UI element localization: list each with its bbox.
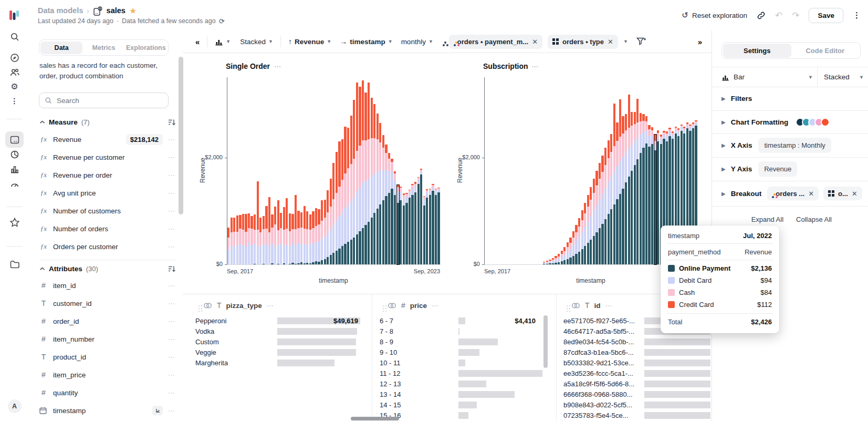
bar-segment[interactable] xyxy=(259,218,262,232)
bar-segment[interactable] xyxy=(327,257,329,264)
bar-segment[interactable] xyxy=(581,232,583,249)
bar-segment[interactable] xyxy=(236,232,238,245)
bar-segment[interactable] xyxy=(291,229,294,243)
x-axis-section[interactable]: ▶ X Axis timestamp : Monthly xyxy=(712,134,868,158)
bar-segment[interactable] xyxy=(382,170,384,200)
bar-segment[interactable] xyxy=(622,189,624,264)
bar-segment[interactable] xyxy=(411,189,413,195)
bar-segment[interactable] xyxy=(640,135,642,153)
bar-segment[interactable] xyxy=(318,262,320,264)
bar-segment[interactable] xyxy=(581,210,583,220)
column-menu-icon[interactable]: ⋯ xyxy=(267,302,274,310)
bar-segment[interactable] xyxy=(414,182,416,184)
table-row-bar[interactable] xyxy=(458,328,459,335)
bar-segment[interactable] xyxy=(371,218,373,265)
bar-segment[interactable] xyxy=(645,130,647,143)
bar-segment[interactable] xyxy=(403,206,405,264)
bar-segment[interactable] xyxy=(227,250,229,264)
bar-segment[interactable] xyxy=(227,228,229,238)
table-row-label[interactable]: ee3d5236-fccc-5ca1-... xyxy=(563,369,633,377)
bar-segment[interactable] xyxy=(563,251,566,255)
bar-segment[interactable] xyxy=(306,263,308,264)
bar-segment[interactable] xyxy=(432,191,434,264)
bar-segment[interactable] xyxy=(409,190,411,190)
bar-segment[interactable] xyxy=(663,135,665,139)
row-menu-icon[interactable]: ⋯ xyxy=(168,207,175,215)
bar-segment[interactable] xyxy=(347,242,349,264)
bar-segment[interactable] xyxy=(344,127,346,174)
search-icon[interactable] xyxy=(10,32,19,42)
bar-segment[interactable] xyxy=(315,261,317,264)
sidebar-tab-data[interactable]: Data xyxy=(40,42,82,54)
bar-segment[interactable] xyxy=(625,114,627,130)
bar-segment[interactable] xyxy=(347,128,349,168)
bar-segment[interactable] xyxy=(610,152,612,177)
drill-corner-icon[interactable] xyxy=(152,406,163,415)
users-icon[interactable] xyxy=(9,68,19,77)
bar-segment[interactable] xyxy=(368,83,370,139)
bar-segment[interactable] xyxy=(318,241,320,262)
remove-pill-icon[interactable]: ✕ xyxy=(608,38,613,46)
bar-segment[interactable] xyxy=(417,184,420,264)
table-row-bar[interactable] xyxy=(458,391,515,398)
row-menu-icon[interactable]: ⋯ xyxy=(168,282,175,290)
measure-item-orders-per-customer[interactable]: ƒxOrders per customer⋯ xyxy=(39,240,177,253)
bar-segment[interactable] xyxy=(575,241,577,253)
bar-segment[interactable] xyxy=(382,148,384,170)
bar-segment[interactable] xyxy=(681,127,683,131)
bar-segment[interactable] xyxy=(426,190,428,192)
bar-segment[interactable] xyxy=(368,222,370,264)
bar-segment[interactable] xyxy=(631,126,633,145)
bar-segment[interactable] xyxy=(581,249,583,265)
bar-segment[interactable] xyxy=(271,263,273,264)
bar-segment[interactable] xyxy=(242,230,244,246)
bar-segment[interactable] xyxy=(584,246,586,264)
bar-segment[interactable] xyxy=(549,261,551,262)
bar-segment[interactable] xyxy=(300,244,302,262)
bar-segment[interactable] xyxy=(233,218,235,232)
table-row-bar[interactable] xyxy=(277,360,334,366)
column-menu-icon[interactable]: ⋯ xyxy=(432,302,439,310)
table-row-label[interactable]: 10 - 11 xyxy=(380,359,401,367)
row-menu-icon[interactable]: ⋯ xyxy=(168,225,175,233)
bar-segment[interactable] xyxy=(423,206,425,264)
bar-segment[interactable] xyxy=(359,146,361,187)
bar-segment[interactable] xyxy=(327,212,329,233)
bar-segment[interactable] xyxy=(587,243,589,264)
row-menu-icon[interactable]: ⋯ xyxy=(168,407,175,415)
bar-segment[interactable] xyxy=(636,138,639,159)
bar-segment[interactable] xyxy=(563,247,566,251)
bar-segment[interactable] xyxy=(435,189,437,189)
bar-segment[interactable] xyxy=(318,224,320,242)
bar-segment[interactable] xyxy=(341,246,343,264)
bar-segment[interactable] xyxy=(300,262,302,264)
bar-segment[interactable] xyxy=(563,255,566,260)
table-row-bar[interactable] xyxy=(458,412,468,419)
bar-segment[interactable] xyxy=(645,121,647,130)
bar-segment[interactable] xyxy=(341,180,343,212)
bar-segment[interactable] xyxy=(336,193,338,221)
bar-segment[interactable] xyxy=(426,198,428,264)
bar-segment[interactable] xyxy=(572,238,574,245)
breakout-pill[interactable]: orders • type✕ xyxy=(548,35,618,49)
bar-segment[interactable] xyxy=(681,125,683,126)
bar-segment[interactable] xyxy=(312,228,314,244)
bar-segment[interactable] xyxy=(543,262,545,262)
bar-segment[interactable] xyxy=(254,214,256,229)
table-row-bar[interactable] xyxy=(277,328,357,335)
table-row-bar[interactable] xyxy=(644,349,710,356)
bar-segment[interactable] xyxy=(291,263,294,264)
bar-segment[interactable] xyxy=(248,243,250,264)
attribute-item-product_id[interactable]: Tproduct_id⋯ xyxy=(39,351,177,363)
bar-segment[interactable] xyxy=(561,251,563,254)
bar-segment[interactable] xyxy=(587,207,589,221)
bar-segment[interactable] xyxy=(604,219,606,264)
attribute-item-order_id[interactable]: #order_id⋯ xyxy=(39,315,177,327)
bar-segment[interactable] xyxy=(417,177,420,178)
bar-segment[interactable] xyxy=(584,227,586,247)
bar-segment[interactable] xyxy=(344,208,346,244)
bar-segment[interactable] xyxy=(289,264,291,264)
bar-segment[interactable] xyxy=(640,113,642,121)
bar-segment[interactable] xyxy=(353,159,355,197)
bar-segment[interactable] xyxy=(359,188,361,231)
